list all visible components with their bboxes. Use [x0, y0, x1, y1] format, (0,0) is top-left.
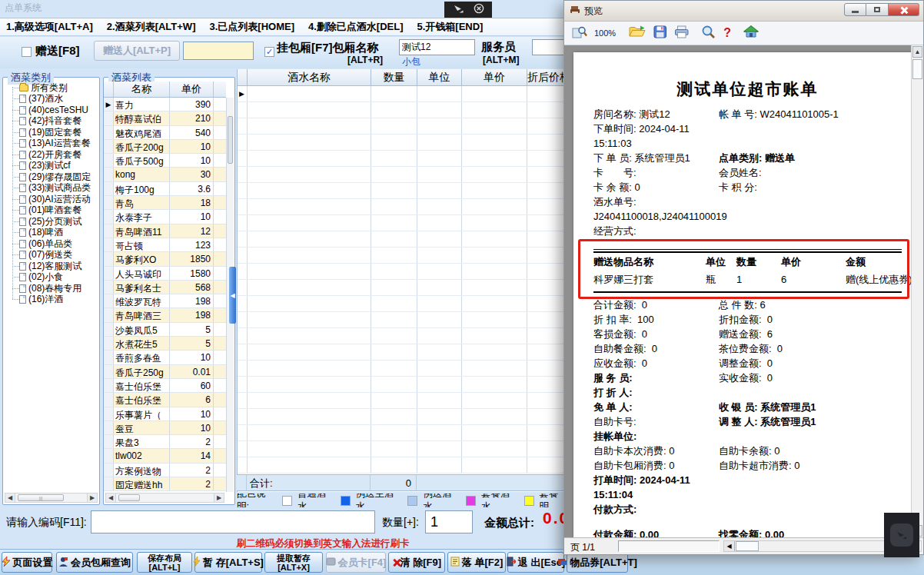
clear-button[interactable]: 清 除[F9]: [388, 552, 445, 573]
category-tree-item[interactable]: (01)啤酒套餐: [6, 205, 97, 217]
category-tree-item[interactable]: (02)小食: [6, 272, 97, 284]
category-tree-item[interactable]: (33)测试商品类: [6, 183, 97, 194]
category-tree-item[interactable]: (22)开房套餐: [6, 149, 97, 161]
scroll-left-icon[interactable]: ◀: [106, 494, 116, 502]
menu-list-row[interactable]: 青岛 18: [104, 196, 226, 210]
menu-item[interactable]: 4.删除已点酒水[DEL]: [308, 20, 404, 34]
item-ticket-button[interactable]: 物品券[ALT+T]: [567, 552, 628, 573]
recorder-collapse-button[interactable]: [890, 523, 913, 547]
menu-list-row[interactable]: 固定赠送hh 2: [104, 477, 226, 491]
menu-item[interactable]: 2.酒菜列表[ALT+W]: [107, 20, 196, 34]
menu-list-hscrollbar[interactable]: ◀ ▶: [105, 493, 224, 503]
category-tree-item[interactable]: (07)例送类: [6, 250, 97, 261]
menu-list-row[interactable]: 梅子100g 3.6: [104, 182, 226, 196]
category-label: (01)啤酒套餐: [28, 205, 81, 217]
category-tree-item[interactable]: (40)cesTeSHU: [6, 105, 97, 116]
open-folder-icon[interactable]: [629, 25, 646, 42]
retrieve-temp-button[interactable]: 提取暂存[ALT+X]: [264, 552, 323, 573]
minimize-button[interactable]: [844, 3, 866, 16]
member-card-button[interactable]: 会员卡[F4]: [326, 552, 386, 573]
category-tree-item[interactable]: (19)固定套餐: [6, 127, 97, 138]
category-tree-item[interactable]: (12)客服测试: [6, 261, 97, 272]
menu-list-row[interactable]: 香瓜子250g 0.01: [104, 365, 226, 379]
category-tree-item[interactable]: (13)AI运营套餐: [6, 138, 97, 150]
print-icon[interactable]: [674, 25, 690, 42]
menu-list-row[interactable]: 水煮花生5 5: [104, 337, 226, 351]
menu-list-row[interactable]: 香瓜子500g 10: [104, 154, 226, 168]
menu-list-row[interactable]: 永泰李子 10: [104, 210, 226, 224]
hang-room-checkbox[interactable]: ✓: [264, 47, 274, 57]
scroll-up-icon[interactable]: ▲: [912, 46, 922, 58]
page-setup-button[interactable]: 页面设置: [2, 552, 52, 573]
menu-list-row[interactable]: 哥占顿 123: [104, 238, 226, 252]
menu-list-row[interactable]: 魅夜鸡尾酒 540: [104, 126, 226, 140]
help-icon[interactable]: ?: [722, 26, 733, 40]
scroll-right-icon[interactable]: ▶: [87, 494, 97, 502]
scroll-left-icon[interactable]: ◀: [5, 494, 15, 502]
save-icon[interactable]: [653, 25, 667, 42]
exit-button[interactable]: 退 出[Esc]: [507, 552, 564, 573]
code-input[interactable]: [91, 510, 375, 533]
category-tree-item[interactable]: (08)春梅专用: [6, 283, 97, 294]
menu-list-row[interactable]: 沙姜凤瓜5 5: [104, 323, 226, 337]
menu-list-row[interactable]: tlw002 14: [104, 449, 226, 463]
save-layout-button[interactable]: 保存布局[ALT+L]: [137, 552, 192, 573]
gift-person-button[interactable]: 赠送人[ALT+P]: [94, 41, 180, 61]
category-tree-item[interactable]: (06)单品类: [6, 238, 97, 250]
category-tree-item[interactable]: (25)分页测试: [6, 216, 97, 228]
category-tree-item[interactable]: (42)抖音套餐: [6, 116, 97, 128]
room-name-input[interactable]: [399, 39, 475, 55]
category-tree-item[interactable]: (18)啤酒: [6, 228, 97, 239]
close-button[interactable]: [889, 3, 919, 16]
qty-input[interactable]: [425, 510, 473, 533]
menu-list-row[interactable]: 方案例送物 2: [104, 464, 226, 477]
scroll-right-icon[interactable]: ▶: [214, 494, 224, 502]
category-label: (16)洋酒: [28, 294, 63, 306]
menu-list-row[interactable]: 人头马诚印 1580: [104, 267, 226, 281]
menu-list-row[interactable]: 青岛啤酒三 198: [104, 308, 226, 322]
scroll-left-icon[interactable]: ◀: [724, 541, 735, 551]
menu-list-row[interactable]: 青岛啤酒11 12: [104, 224, 226, 238]
menu-list-row[interactable]: 嘉士伯乐堡 60: [104, 379, 226, 393]
menu-list-row[interactable]: 果盘3 2: [104, 435, 226, 449]
category-tree-item[interactable]: (23)测试cf: [6, 161, 97, 172]
menu-list-row[interactable]: ▶ 喜力 390: [104, 98, 226, 111]
menu-list-row[interactable]: 维波罗瓦特 198: [104, 294, 226, 308]
menu-list-row[interactable]: 马爹利XO 1850: [104, 252, 226, 266]
menu-list-row[interactable]: 马爹利名士 568: [104, 281, 226, 294]
collapse-cursor-icon[interactable]: [453, 3, 464, 17]
menu-list-row[interactable]: kong 30: [104, 168, 226, 181]
receipt-info-line: 经营方式:: [593, 224, 902, 238]
category-tree-item[interactable]: (29)缪存晟固定: [6, 171, 97, 183]
menu-list-row[interactable]: 特醇嘉试伯 210: [104, 111, 226, 125]
zoom-tool-icon[interactable]: [572, 25, 587, 42]
preview-titlebar[interactable]: 预览: [564, 1, 923, 22]
category-tree-item[interactable]: 所有类别: [6, 82, 97, 94]
category-tree-item[interactable]: (30)AI运营活动: [6, 194, 97, 205]
preview-vscrollbar[interactable]: ▲ ▼: [911, 45, 923, 537]
menu-item[interactable]: 5.开钱箱[END]: [417, 20, 483, 34]
category-tree-item[interactable]: (37)酒水: [6, 94, 97, 105]
menu-list-row[interactable]: 香煎多春鱼 10: [104, 351, 226, 364]
menu-item[interactable]: 3.已点列表[HOME]: [209, 20, 294, 34]
panel-collapse-tab[interactable]: ◀: [229, 267, 236, 324]
menu-list-row[interactable]: 嘉士伯乐堡 6: [104, 393, 226, 407]
home-icon[interactable]: [743, 25, 759, 41]
menu-item[interactable]: 1.高级选项[ALT+A]: [6, 20, 93, 34]
gift-person-input[interactable]: [183, 42, 254, 60]
member-room-query-button[interactable]: 会员包厢查询: [56, 552, 133, 573]
menu-list-row[interactable]: 香瓜子200g 10: [104, 140, 226, 154]
row-marker: [104, 252, 114, 265]
category-hscrollbar[interactable]: ◀ ||| ▶: [5, 493, 98, 503]
close-circle-icon[interactable]: [474, 3, 484, 17]
menu-list-row[interactable]: 乐事薯片（ 10: [104, 407, 226, 421]
gift-checkbox[interactable]: [22, 47, 32, 57]
menu-list-row[interactable]: 蚕豆 10: [104, 421, 226, 435]
search-icon[interactable]: [701, 25, 715, 42]
category-panel: 酒菜类别 所有类别 (37)酒水: [2, 77, 100, 505]
temp-save-button[interactable]: 暂 存[ALT+S]: [194, 552, 262, 573]
receipt-page: 测试单位超市账单 房间名称: 测试12 帐 单 号: W24041101005-…: [573, 52, 912, 537]
place-order-button[interactable]: 落 单[F2]: [447, 552, 506, 573]
category-tree-item[interactable]: (16)洋酒: [6, 294, 97, 306]
maximize-button[interactable]: [866, 3, 889, 16]
